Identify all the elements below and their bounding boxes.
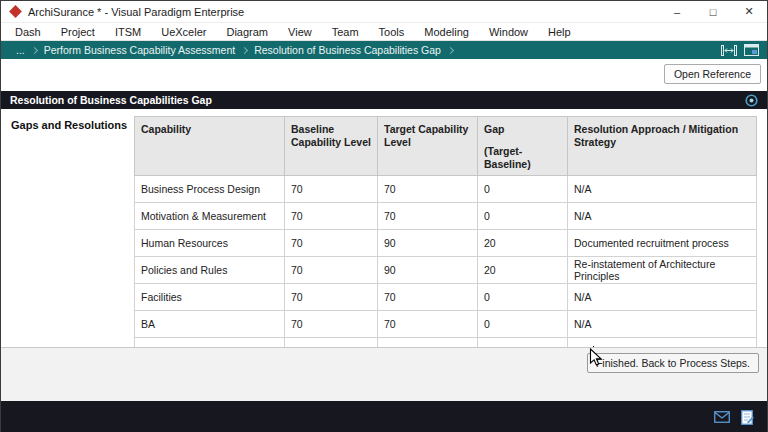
resolution-cell[interactable]: Re-instatement of Architecture Principle… [568,257,757,284]
form-edit-icon[interactable] [741,410,755,425]
breadcrumb-item-resolution[interactable]: Resolution of Business Capabilities Gap [247,44,448,56]
application-window: ArchiSurance * - Visual Paradigm Enterpr… [0,0,768,432]
section-title: Resolution of Business Capabilities Gap [10,94,212,106]
title-bar: ArchiSurance * - Visual Paradigm Enterpr… [1,1,767,23]
gap-cell: 0 [478,284,568,311]
capability-cell: Business Process Design [135,176,285,203]
menu-modeling[interactable]: Modeling [414,25,479,39]
baseline-cell[interactable]: 70 [285,176,378,203]
section-header: Resolution of Business Capabilities Gap [1,91,767,109]
gap-cell: 0 [478,176,568,203]
menu-tools[interactable]: Tools [369,25,415,39]
menu-team[interactable]: Team [322,25,369,39]
menu-window[interactable]: Window [479,25,538,39]
panel-label: Gaps and Resolutions [11,119,127,131]
fit-width-icon[interactable] [721,45,737,56]
header-gap: Gap(Target-Baseline) [478,117,568,176]
header-capability: Capability [135,117,285,176]
capability-cell: BA [135,311,285,338]
breadcrumb-item-assessment[interactable]: Perform Business Capability Assessment [37,44,242,56]
footer-strip: Finished. Back to Process Steps. [1,347,767,401]
target-cell[interactable]: 70 [378,176,478,203]
capability-cell: Facilities [135,284,285,311]
breadcrumb-ellipsis[interactable]: ... [9,44,32,56]
menu-bar: Dash Project ITSM UeXceler Diagram View … [1,23,767,41]
table-row: Policies and Rules 70 90 20 Re-instateme… [135,257,757,284]
gap-cell: 20 [478,230,568,257]
header-resolution: Resolution Approach / Mitigation Strateg… [568,117,757,176]
table-row: BA 70 70 0 N/A [135,311,757,338]
capability-cell: Motivation & Measurement [135,203,285,230]
baseline-cell[interactable]: 70 [285,284,378,311]
mail-icon[interactable] [714,411,730,423]
capability-cell: Policies and Rules [135,257,285,284]
reference-row: Open Reference [1,59,767,91]
resolution-cell[interactable]: N/A [568,176,757,203]
menu-project[interactable]: Project [51,25,105,39]
resolution-cell[interactable]: Documented recruitment process [568,230,757,257]
mouse-cursor [589,348,602,371]
target-cell[interactable]: 90 [378,257,478,284]
open-reference-button[interactable]: Open Reference [664,64,761,84]
gap-cell: 0 [478,203,568,230]
resolution-cell[interactable]: N/A [568,203,757,230]
menu-diagram[interactable]: Diagram [216,25,278,39]
baseline-cell[interactable]: 70 [285,311,378,338]
resolution-cell[interactable]: N/A [568,284,757,311]
status-bar [1,401,767,432]
chevron-right-icon [447,46,454,53]
table-row: Motivation & Measurement 70 70 0 N/A [135,203,757,230]
target-cell[interactable]: 90 [378,230,478,257]
header-target: Target Capability Level [378,117,478,176]
menu-uexceler[interactable]: UeXceler [151,25,216,39]
menu-help[interactable]: Help [538,25,581,39]
baseline-cell[interactable]: 70 [285,257,378,284]
menu-view[interactable]: View [278,25,322,39]
window-controls: – □ ✕ [659,1,767,23]
gap-cell: 20 [478,257,568,284]
close-button[interactable]: ✕ [731,1,767,23]
maximize-button[interactable]: □ [695,1,731,23]
menu-dash[interactable]: Dash [5,25,51,39]
table-header-row: Capability Baseline Capability Level Tar… [135,117,757,176]
baseline-cell[interactable]: 70 [285,230,378,257]
app-logo-icon [9,5,22,18]
table-row: Facilities 70 70 0 N/A [135,284,757,311]
breadcrumb: ... Perform Business Capability Assessme… [1,41,767,59]
baseline-cell[interactable]: 70 [285,203,378,230]
header-baseline: Baseline Capability Level [285,117,378,176]
gaps-table: Capability Baseline Capability Level Tar… [134,116,757,365]
resolution-cell[interactable]: N/A [568,311,757,338]
gap-cell: 0 [478,311,568,338]
diagram-panel-icon[interactable] [744,44,759,56]
table-row: Business Process Design 70 70 0 N/A [135,176,757,203]
minimize-button[interactable]: – [659,1,695,23]
table-row: Human Resources 70 90 20 Documented recr… [135,230,757,257]
capability-cell: Human Resources [135,230,285,257]
form-content: Gaps and Resolutions Capability Baseline… [1,109,767,347]
window-title: ArchiSurance * - Visual Paradigm Enterpr… [28,6,244,18]
section-toggle-icon[interactable] [745,94,758,107]
target-cell[interactable]: 70 [378,311,478,338]
target-cell[interactable]: 70 [378,284,478,311]
menu-itsm[interactable]: ITSM [105,25,151,39]
target-cell[interactable]: 70 [378,203,478,230]
finished-button[interactable]: Finished. Back to Process Steps. [587,353,759,373]
